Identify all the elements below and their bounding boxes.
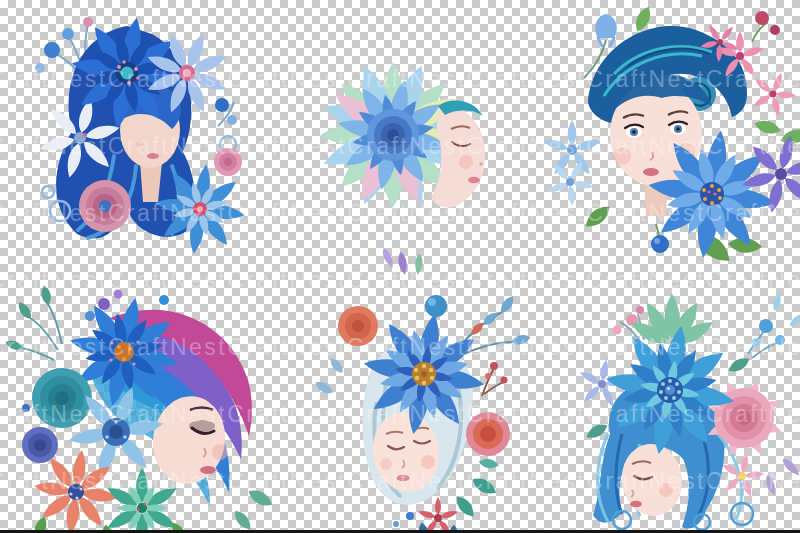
flower-rose-purple <box>22 427 58 463</box>
lotus-lower-petals <box>380 247 423 276</box>
leaves-right <box>231 486 275 533</box>
bluebell <box>595 14 617 38</box>
clipart-girl-royal-blue <box>22 6 256 254</box>
leaves-teal <box>4 284 53 352</box>
blue-bud <box>425 295 447 317</box>
lips <box>200 466 216 474</box>
clipart-girl-rainbow-hair <box>14 280 266 530</box>
flower-rose-teal <box>32 368 92 428</box>
clipart-girl-wavy-blue-hair <box>552 284 800 531</box>
clipart-preview-canvas: CraftNestCraftNestCraftNestCraftNestCraf… <box>0 0 800 533</box>
flower-coral-small <box>338 306 378 346</box>
lips <box>147 153 159 159</box>
lips <box>630 501 642 507</box>
flower-blue-small <box>542 120 602 177</box>
flower-rose-pink <box>79 180 131 232</box>
flower-tealgreen <box>104 468 179 533</box>
flower-coral-red <box>466 412 510 456</box>
leaves-blue <box>480 294 531 347</box>
flower-blue-small <box>539 149 603 212</box>
clipart-blue-lotus-face <box>288 14 510 256</box>
lips <box>643 168 659 176</box>
lips <box>468 177 480 183</box>
blue-bud <box>759 319 773 333</box>
flower-rose-small <box>214 148 242 176</box>
leaves-left <box>313 356 346 397</box>
leaves-teal-right <box>453 474 499 520</box>
clipart-girl-silver-blue <box>306 284 526 531</box>
clipart-girl-teal-bun-peony <box>544 4 796 260</box>
lips <box>397 475 410 481</box>
